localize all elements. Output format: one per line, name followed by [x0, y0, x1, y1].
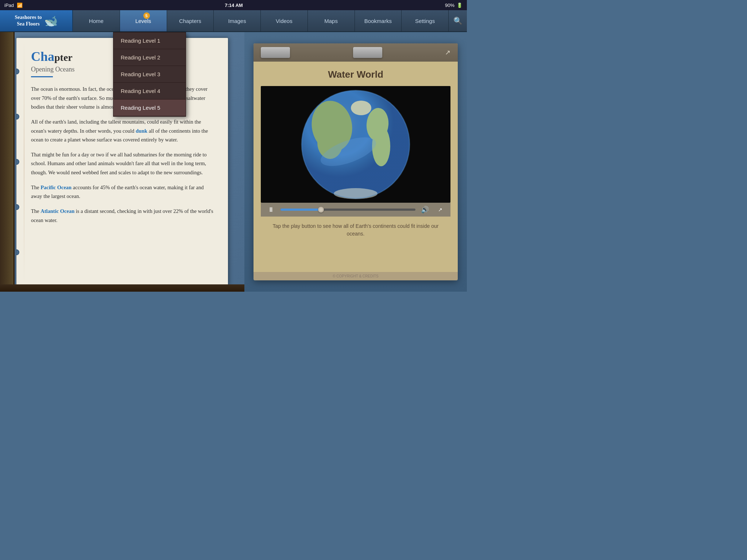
tab-chapters-label: Chapters — [179, 18, 201, 24]
link-dunk[interactable]: dunk — [136, 128, 147, 134]
svg-point-9 — [334, 188, 378, 199]
link-atlantic[interactable]: Atlantic Ocean — [40, 208, 74, 214]
progress-bar[interactable] — [280, 209, 415, 211]
tab-chapters[interactable]: Chapters — [167, 10, 214, 31]
status-bar: iPad 📶 7:14 AM 90% 🔋 — [0, 0, 467, 10]
video-inner: Water World — [253, 62, 458, 272]
status-right: 90% 🔋 — [445, 3, 462, 8]
video-caption: Tap the play button to see how all of Ea… — [261, 217, 450, 244]
wifi-icon: 📶 — [17, 3, 23, 8]
chapter-divider — [31, 76, 53, 77]
progress-fill — [280, 209, 321, 211]
tab-settings[interactable]: Settings — [402, 10, 449, 31]
reading-level-1[interactable]: Reading Level 1 — [113, 32, 186, 49]
reading-level-4[interactable]: Reading Level 4 — [113, 83, 186, 100]
tab-settings-label: Settings — [415, 18, 435, 24]
status-left: iPad 📶 — [4, 3, 23, 8]
clip-right — [353, 47, 382, 58]
book-spine — [0, 32, 15, 292]
ring-hole-5 — [16, 249, 19, 255]
app-logo-line2: Sea Floors — [15, 21, 42, 27]
globe-svg — [268, 86, 443, 203]
reading-level-5[interactable]: Reading Level 5 — [113, 100, 186, 116]
clip-left — [261, 47, 290, 58]
levels-badge: 5 — [143, 12, 150, 19]
tab-home-label: Home — [89, 18, 104, 24]
tab-levels-label: Levels — [135, 18, 151, 24]
main-content: Chapter Opening Oceans The ocean is enor… — [0, 32, 467, 292]
tab-bookmarks-label: Bookmarks — [364, 18, 392, 24]
ring-hole-1 — [16, 69, 19, 74]
ring-hole-4 — [16, 204, 19, 210]
paragraph-5: The Atlantic Ocean is a distant second, … — [31, 207, 213, 225]
tab-maps[interactable]: Maps — [308, 10, 355, 31]
video-card: ↗ Water World — [253, 43, 458, 280]
video-title: Water World — [261, 69, 450, 80]
tab-videos[interactable]: Videos — [261, 10, 308, 31]
video-panel: ↗ Water World — [244, 32, 467, 292]
tab-home[interactable]: Home — [73, 10, 120, 31]
ring-holes — [16, 38, 19, 286]
globe-container — [261, 86, 450, 203]
bottom-bar — [0, 284, 244, 292]
tab-videos-label: Videos — [276, 18, 293, 24]
video-card-top: ↗ — [253, 43, 458, 62]
nav-tabs: Home Levels 5 Chapters Images Videos Map… — [73, 10, 449, 31]
app-logo-line1: Seashores to — [15, 14, 42, 21]
tab-levels[interactable]: Levels 5 — [120, 10, 167, 31]
nav-bar: Seashores to Sea Floors 🐋 Home Levels 5 … — [0, 10, 467, 32]
search-icon: 🔍 — [453, 16, 462, 25]
volume-button[interactable]: 🔊 — [419, 206, 431, 214]
progress-knob[interactable] — [318, 207, 324, 213]
video-controls: ⏸ 🔊 ↗ — [261, 203, 450, 217]
copyright: © COPYRIGHT & CREDITS — [253, 272, 458, 280]
device-label: iPad — [4, 3, 14, 8]
search-button[interactable]: 🔍 — [449, 10, 467, 31]
paragraph-3: That might be fun for a day or two if we… — [31, 150, 213, 177]
app-logo[interactable]: Seashores to Sea Floors 🐋 — [0, 10, 73, 31]
reading-level-2[interactable]: Reading Level 2 — [113, 49, 186, 66]
levels-dropdown: Reading Level 1 Reading Level 2 Reading … — [113, 32, 186, 117]
link-pacific[interactable]: Pacific Ocean — [40, 184, 71, 190]
tab-bookmarks[interactable]: Bookmarks — [355, 10, 402, 31]
video-frame[interactable] — [261, 86, 450, 203]
expand-icon[interactable]: ↗ — [445, 48, 450, 57]
ring-hole-2 — [16, 114, 19, 120]
paragraph-4: The Pacific Ocean accounts for 45% of th… — [31, 183, 213, 201]
tab-maps-label: Maps — [324, 18, 338, 24]
status-time: 7:14 AM — [225, 3, 243, 8]
fullscreen-button[interactable]: ↗ — [434, 207, 446, 213]
battery-icon: 🔋 — [457, 3, 462, 8]
reading-level-3[interactable]: Reading Level 3 — [113, 66, 186, 83]
svg-point-5 — [351, 101, 371, 115]
battery-label: 90% — [445, 3, 454, 8]
tab-images[interactable]: Images — [214, 10, 261, 31]
paragraph-2: All of the earth's land, including the t… — [31, 117, 213, 144]
tab-images-label: Images — [228, 18, 246, 24]
pause-button[interactable]: ⏸ — [265, 206, 277, 214]
ring-hole-3 — [16, 159, 19, 165]
